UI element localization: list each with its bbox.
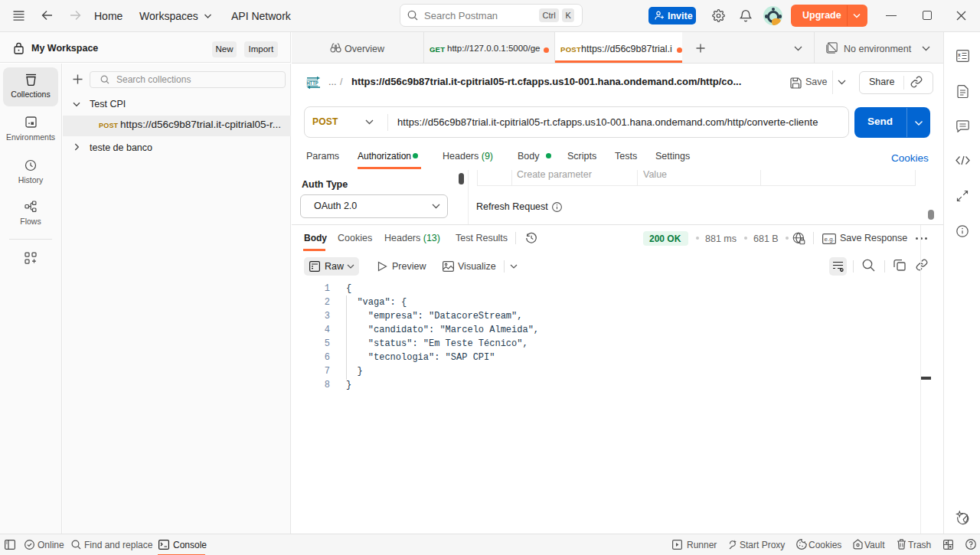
svg-text:HTTP: HTTP <box>306 80 318 86</box>
svg-text:x: x <box>958 52 961 57</box>
svg-text:e.g.: e.g. <box>825 236 835 243</box>
